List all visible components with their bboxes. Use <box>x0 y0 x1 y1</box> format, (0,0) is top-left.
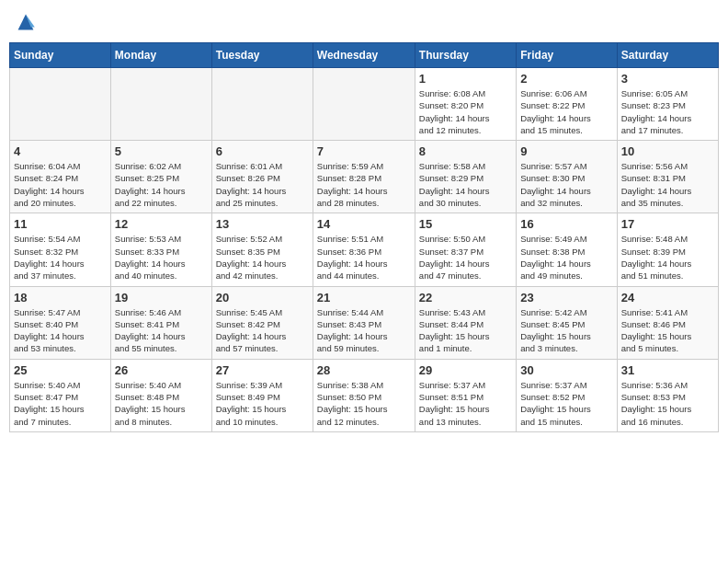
calendar-day: 6Sunrise: 6:01 AMSunset: 8:26 PMDaylight… <box>211 141 313 213</box>
day-info: Sunrise: 5:39 AMSunset: 8:49 PMDaylight:… <box>216 379 309 428</box>
day-number: 3 <box>621 72 714 86</box>
calendar-day: 25Sunrise: 5:40 AMSunset: 8:47 PMDayligh… <box>10 359 111 431</box>
calendar-day: 26Sunrise: 5:40 AMSunset: 8:48 PMDayligh… <box>110 359 211 431</box>
day-info: Sunrise: 6:04 AMSunset: 8:24 PMDaylight:… <box>14 160 107 209</box>
day-info: Sunrise: 6:06 AMSunset: 8:22 PMDaylight:… <box>520 87 612 136</box>
day-number: 20 <box>216 291 309 304</box>
calendar-day: 17Sunrise: 5:48 AMSunset: 8:39 PMDayligh… <box>617 213 718 286</box>
day-info: Sunrise: 5:54 AMSunset: 8:32 PMDaylight:… <box>14 233 107 282</box>
day-info: Sunrise: 5:52 AMSunset: 8:35 PMDaylight:… <box>216 233 309 282</box>
calendar-week-1: 1Sunrise: 6:08 AMSunset: 8:20 PMDaylight… <box>10 68 719 141</box>
day-info: Sunrise: 5:50 AMSunset: 8:37 PMDaylight:… <box>419 233 512 282</box>
day-number: 12 <box>115 217 208 231</box>
calendar-day: 4Sunrise: 6:04 AMSunset: 8:24 PMDaylight… <box>10 141 111 213</box>
calendar-table: SundayMondayTuesdayWednesdayThursdayFrid… <box>9 42 719 432</box>
day-number: 10 <box>621 144 714 158</box>
calendar-day: 11Sunrise: 5:54 AMSunset: 8:32 PMDayligh… <box>10 213 111 286</box>
day-info: Sunrise: 5:44 AMSunset: 8:43 PMDaylight:… <box>317 306 411 355</box>
day-number: 17 <box>621 217 714 231</box>
calendar-day: 24Sunrise: 5:41 AMSunset: 8:46 PMDayligh… <box>617 286 718 359</box>
day-info: Sunrise: 5:57 AMSunset: 8:30 PMDaylight:… <box>520 160 612 209</box>
day-info: Sunrise: 5:45 AMSunset: 8:42 PMDaylight:… <box>216 306 309 355</box>
calendar-day: 29Sunrise: 5:37 AMSunset: 8:51 PMDayligh… <box>415 359 516 431</box>
day-number: 30 <box>520 363 612 377</box>
day-info: Sunrise: 5:38 AMSunset: 8:50 PMDaylight:… <box>317 379 411 428</box>
calendar-day: 8Sunrise: 5:58 AMSunset: 8:29 PMDaylight… <box>415 141 516 213</box>
day-number: 29 <box>419 363 512 377</box>
day-info: Sunrise: 5:51 AMSunset: 8:36 PMDaylight:… <box>317 233 411 282</box>
svg-marker-0 <box>18 15 34 30</box>
day-info: Sunrise: 5:43 AMSunset: 8:44 PMDaylight:… <box>419 306 512 355</box>
day-of-week-monday: Monday <box>110 43 211 68</box>
calendar-day: 23Sunrise: 5:42 AMSunset: 8:45 PMDayligh… <box>517 286 617 359</box>
day-number: 24 <box>621 291 714 304</box>
day-number: 28 <box>317 363 411 377</box>
calendar-day: 7Sunrise: 5:59 AMSunset: 8:28 PMDaylight… <box>313 141 415 213</box>
calendar-day: 22Sunrise: 5:43 AMSunset: 8:44 PMDayligh… <box>415 286 516 359</box>
calendar-day: 2Sunrise: 6:06 AMSunset: 8:22 PMDaylight… <box>517 68 617 141</box>
calendar-day: 21Sunrise: 5:44 AMSunset: 8:43 PMDayligh… <box>313 286 415 359</box>
calendar-day <box>313 68 415 141</box>
calendar-week-3: 11Sunrise: 5:54 AMSunset: 8:32 PMDayligh… <box>10 213 719 286</box>
calendar-day: 3Sunrise: 6:05 AMSunset: 8:23 PMDaylight… <box>617 68 718 141</box>
day-number: 27 <box>216 363 309 377</box>
day-number: 23 <box>520 291 612 304</box>
day-number: 16 <box>520 217 612 231</box>
calendar-day: 15Sunrise: 5:50 AMSunset: 8:37 PMDayligh… <box>415 213 516 286</box>
day-info: Sunrise: 5:37 AMSunset: 8:51 PMDaylight:… <box>419 379 512 428</box>
calendar-day: 18Sunrise: 5:47 AMSunset: 8:40 PMDayligh… <box>10 286 111 359</box>
day-number: 7 <box>317 144 411 158</box>
day-of-week-friday: Friday <box>517 43 617 68</box>
calendar-day: 16Sunrise: 5:49 AMSunset: 8:38 PMDayligh… <box>517 213 617 286</box>
day-info: Sunrise: 5:47 AMSunset: 8:40 PMDaylight:… <box>14 306 107 355</box>
calendar-day: 14Sunrise: 5:51 AMSunset: 8:36 PMDayligh… <box>313 213 415 286</box>
day-number: 25 <box>14 363 107 377</box>
day-number: 14 <box>317 217 411 231</box>
calendar-day: 9Sunrise: 5:57 AMSunset: 8:30 PMDaylight… <box>517 141 617 213</box>
day-info: Sunrise: 5:40 AMSunset: 8:47 PMDaylight:… <box>14 379 107 428</box>
calendar-day: 12Sunrise: 5:53 AMSunset: 8:33 PMDayligh… <box>110 213 211 286</box>
day-info: Sunrise: 5:46 AMSunset: 8:41 PMDaylight:… <box>115 306 208 355</box>
day-number: 8 <box>419 144 512 158</box>
day-number: 19 <box>115 291 208 304</box>
day-header-row: SundayMondayTuesdayWednesdayThursdayFrid… <box>10 43 719 68</box>
calendar-day: 19Sunrise: 5:46 AMSunset: 8:41 PMDayligh… <box>110 286 211 359</box>
day-info: Sunrise: 5:49 AMSunset: 8:38 PMDaylight:… <box>520 233 612 282</box>
day-info: Sunrise: 5:59 AMSunset: 8:28 PMDaylight:… <box>317 160 411 209</box>
calendar-day: 28Sunrise: 5:38 AMSunset: 8:50 PMDayligh… <box>313 359 415 431</box>
calendar-day <box>10 68 111 141</box>
day-info: Sunrise: 6:08 AMSunset: 8:20 PMDaylight:… <box>419 87 512 136</box>
day-number: 11 <box>14 217 107 231</box>
day-number: 31 <box>621 363 714 377</box>
day-number: 22 <box>419 291 512 304</box>
day-info: Sunrise: 6:01 AMSunset: 8:26 PMDaylight:… <box>216 160 309 209</box>
page-header <box>9 9 719 35</box>
day-info: Sunrise: 5:42 AMSunset: 8:45 PMDaylight:… <box>520 306 612 355</box>
calendar-day: 13Sunrise: 5:52 AMSunset: 8:35 PMDayligh… <box>211 213 313 286</box>
day-info: Sunrise: 5:41 AMSunset: 8:46 PMDaylight:… <box>621 306 714 355</box>
day-number: 5 <box>115 144 208 158</box>
day-number: 13 <box>216 217 309 231</box>
day-number: 21 <box>317 291 411 304</box>
day-number: 2 <box>520 72 612 86</box>
day-of-week-thursday: Thursday <box>415 43 516 68</box>
calendar-week-5: 25Sunrise: 5:40 AMSunset: 8:47 PMDayligh… <box>10 359 719 431</box>
day-number: 18 <box>14 291 107 304</box>
calendar-day <box>211 68 313 141</box>
day-of-week-saturday: Saturday <box>617 43 718 68</box>
day-info: Sunrise: 5:58 AMSunset: 8:29 PMDaylight:… <box>419 160 512 209</box>
day-of-week-wednesday: Wednesday <box>313 43 415 68</box>
calendar-day: 31Sunrise: 5:36 AMSunset: 8:53 PMDayligh… <box>617 359 718 431</box>
day-info: Sunrise: 6:02 AMSunset: 8:25 PMDaylight:… <box>115 160 208 209</box>
day-info: Sunrise: 5:37 AMSunset: 8:52 PMDaylight:… <box>520 379 612 428</box>
calendar-day: 20Sunrise: 5:45 AMSunset: 8:42 PMDayligh… <box>211 286 313 359</box>
logo-icon <box>13 9 39 35</box>
day-of-week-tuesday: Tuesday <box>211 43 313 68</box>
calendar-day <box>110 68 211 141</box>
calendar-week-2: 4Sunrise: 6:04 AMSunset: 8:24 PMDaylight… <box>10 141 719 213</box>
day-info: Sunrise: 5:53 AMSunset: 8:33 PMDaylight:… <box>115 233 208 282</box>
calendar-week-4: 18Sunrise: 5:47 AMSunset: 8:40 PMDayligh… <box>10 286 719 359</box>
day-of-week-sunday: Sunday <box>10 43 111 68</box>
day-number: 1 <box>419 72 512 86</box>
calendar-day: 5Sunrise: 6:02 AMSunset: 8:25 PMDaylight… <box>110 141 211 213</box>
